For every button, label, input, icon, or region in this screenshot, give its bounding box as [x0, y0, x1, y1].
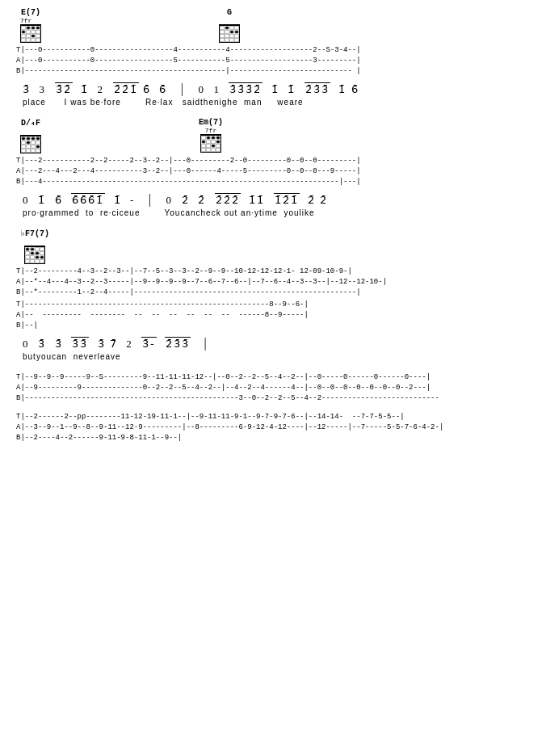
- chord-e7-name: E(7): [21, 8, 40, 17]
- chord-em7-grid: [200, 134, 221, 153]
- chord-e7-grid: [20, 24, 41, 43]
- tab-staff-5: T|--2------2--pp--------11-12-19-11-1--|…: [16, 412, 530, 443]
- chord-e7: E(7) 7fr: [20, 8, 41, 43]
- lyrics-text-1: place I was be·fore Re·lax saidthenighe …: [23, 98, 523, 107]
- chord-em7-name: Em(7): [199, 118, 223, 127]
- tab-staff-2: T|---2-----------2--2-----2--3--2--|---0…: [16, 156, 530, 187]
- chord-g-grid: [219, 24, 240, 43]
- tab-staff-4: T|--9--9--9-----9--S---------9--11-11-11…: [16, 372, 530, 404]
- chord-f7: ♭F7(7): [20, 229, 49, 264]
- tab-staff-1: T|---0-----------0------------------4---…: [16, 45, 530, 77]
- section-1: E(7) 7fr G: [16, 8, 530, 110]
- lyrics-text-2: pro·grammed to re·ciceue Youcancheck out…: [23, 208, 523, 217]
- section-5: T|--2------2--pp--------11-12-19-11-1--|…: [16, 412, 530, 443]
- page: E(7) 7fr G: [0, 0, 546, 460]
- section-4: T|--9--9--9-----9--S---------9--11-11-11…: [16, 372, 530, 404]
- chord-g: G: [219, 8, 240, 43]
- notes-text-3: 0 3̄ 3̄ 3̄3̄ 3̄ 7̄ 2 3̄- 2̄3̄3̄ |: [23, 336, 523, 351]
- tab-staff-3b: T|--------------------------------------…: [16, 300, 530, 331]
- chord-em7: Em(7) 7fr: [199, 118, 223, 153]
- chord-g-name: G: [227, 8, 232, 17]
- chord-d4f: D/₄F: [20, 118, 41, 153]
- notes-section-2: 0 1̄ 6̄ 6̄6̄6̄1̄ 1̄ - | 0 2̄ 2̄ 2̄2̄2̄ 1…: [16, 189, 530, 220]
- section-2: D/₄F Em(7) 7fr: [16, 118, 530, 220]
- notes-text-2: 0 1̄ 6̄ 6̄6̄6̄1̄ 1̄ - | 0 2̄ 2̄ 2̄2̄2̄ 1…: [23, 192, 523, 207]
- chord-f7-grid: [24, 246, 45, 264]
- notes-section-3: 0 3̄ 3̄ 3̄3̄ 3̄ 7̄ 2 3̄- 2̄3̄3̄ | butyou…: [16, 333, 530, 364]
- notes-section-1: 3̄ 3 3̄2̄ 1̄ 2 2̄2̄1̄ 6̄ 6̄ | 0 1 3̄3̄3̄…: [16, 78, 530, 110]
- notes-text-1: 3̄ 3 3̄2̄ 1̄ 2 2̄2̄1̄ 6̄ 6̄ | 0 1 3̄3̄3̄…: [23, 82, 523, 96]
- chord-f7-name: ♭F7(7): [20, 229, 49, 238]
- chord-d4f-name: D/₄F: [21, 118, 40, 128]
- chord-d4f-grid: [20, 135, 41, 153]
- section-3: ♭F7(7) T|--2---------4--3--2--3--|--7--5…: [16, 229, 530, 364]
- tab-staff-3a: T|--2---------4--3--2--3--|--7--5--3--3-…: [16, 267, 530, 298]
- lyrics-text-3: butyoucan neverleave: [23, 352, 523, 361]
